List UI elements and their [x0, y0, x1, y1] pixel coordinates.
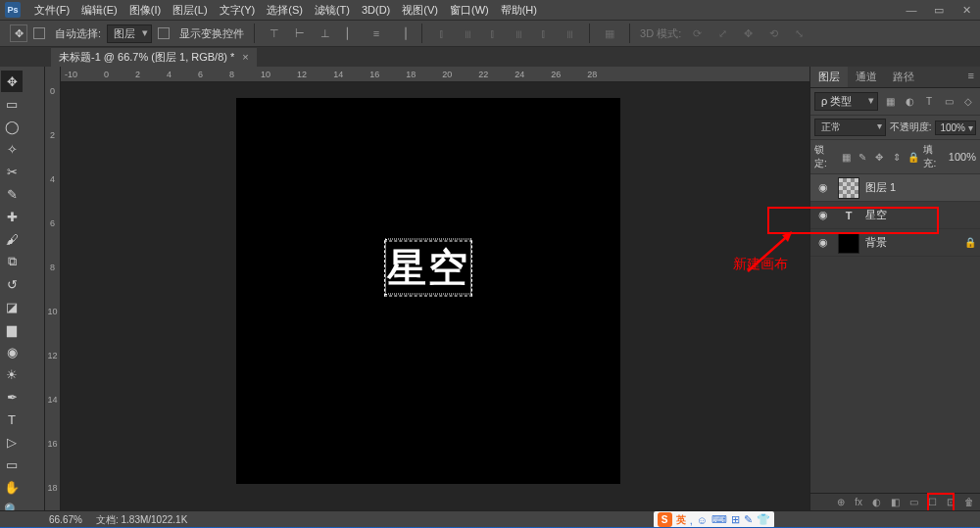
link-layers-icon[interactable]: ⊕: [837, 497, 845, 507]
menu-view[interactable]: 视图(V): [396, 3, 444, 18]
healing-tool[interactable]: ✚: [1, 206, 23, 227]
delete-layer-icon[interactable]: 🗑: [964, 497, 974, 507]
layer-thumbnail[interactable]: [838, 177, 859, 199]
ime-punct-icon[interactable]: ,: [690, 514, 693, 526]
menu-type[interactable]: 文字(Y): [214, 3, 262, 18]
history-brush-tool[interactable]: ↺: [1, 273, 23, 295]
lock-artboard-icon[interactable]: ⇕: [890, 152, 903, 163]
ime-lang[interactable]: 英: [676, 513, 686, 527]
type-tool[interactable]: T: [1, 408, 23, 430]
hand-tool[interactable]: ✋: [1, 476, 23, 498]
shape-tool[interactable]: ▭: [1, 454, 23, 475]
layer-row[interactable]: ◉ 背景 🔒: [810, 229, 980, 257]
mode3d-icon[interactable]: ⟳: [687, 24, 707, 42]
ruler-vertical[interactable]: 0 2 4 6 8 10 12 14 16 18: [45, 67, 61, 510]
ime-skin-icon[interactable]: 👕: [757, 513, 770, 526]
visibility-eye-icon[interactable]: ◉: [814, 181, 832, 194]
visibility-eye-icon[interactable]: ◉: [814, 209, 832, 221]
auto-align-icon[interactable]: ▦: [600, 24, 619, 42]
menu-edit[interactable]: 编辑(E): [75, 3, 123, 18]
clone-tool[interactable]: ⧉: [1, 251, 23, 272]
align-bottom-icon[interactable]: ⊥: [316, 24, 335, 42]
distribute-icon[interactable]: ⫿: [432, 24, 452, 42]
opacity-value[interactable]: 100%: [935, 120, 976, 135]
minimize-button[interactable]: —: [898, 4, 925, 17]
lock-position-icon[interactable]: ✥: [873, 152, 886, 163]
align-hcenter-icon[interactable]: ≡: [367, 24, 386, 42]
maximize-button[interactable]: ▭: [925, 4, 953, 17]
menu-window[interactable]: 窗口(W): [444, 3, 495, 18]
menu-layer[interactable]: 图层(L): [167, 3, 213, 18]
eraser-tool[interactable]: ◪: [1, 296, 23, 317]
move-tool-icon[interactable]: ✥: [10, 24, 27, 42]
crop-tool[interactable]: ✂: [1, 161, 23, 182]
lock-pixels-icon[interactable]: ▦: [839, 152, 852, 163]
ime-pen-icon[interactable]: ✎: [744, 513, 753, 526]
show-transform-checkbox[interactable]: [158, 27, 170, 39]
distribute-icon[interactable]: ⫿: [534, 24, 554, 42]
gradient-tool[interactable]: ▆: [1, 318, 23, 340]
ime-grid-icon[interactable]: ⊞: [731, 513, 740, 526]
filter-adjust-icon[interactable]: ◐: [902, 95, 917, 109]
fill-value[interactable]: 100%: [949, 151, 976, 163]
mode3d-icon[interactable]: ⟲: [763, 24, 783, 42]
move-tool[interactable]: ✥: [1, 71, 23, 92]
menu-3d[interactable]: 3D(D): [356, 4, 396, 16]
layer-filter-kind[interactable]: ρ 类型: [814, 92, 878, 111]
sogou-logo-icon[interactable]: S: [658, 512, 672, 527]
menu-file[interactable]: 文件(F): [28, 3, 75, 18]
document-tab[interactable]: 未标题-1 @ 66.7% (图层 1, RGB/8) * ×: [51, 48, 257, 67]
blend-mode-select[interactable]: 正常: [814, 119, 886, 136]
eyedropper-tool[interactable]: ✎: [1, 183, 23, 205]
layer-name[interactable]: 星空: [865, 208, 976, 222]
mode3d-icon[interactable]: ⤡: [789, 24, 808, 42]
layer-thumbnail[interactable]: [838, 232, 859, 254]
tab-paths[interactable]: 路径: [885, 67, 922, 87]
menu-help[interactable]: 帮助(H): [495, 3, 543, 18]
blur-tool[interactable]: ◉: [1, 341, 23, 362]
align-top-icon[interactable]: ⊤: [265, 24, 284, 42]
auto-select-target[interactable]: 图层: [107, 24, 152, 43]
lock-all-icon[interactable]: 🔒: [906, 152, 919, 163]
distribute-icon[interactable]: ⫼: [560, 24, 579, 42]
menu-select[interactable]: 选择(S): [261, 3, 309, 18]
layer-row[interactable]: ◉ T 星空: [810, 202, 980, 229]
ruler-horizontal[interactable]: -10 0 2 4 6 8 10 12 14 16 18 20 22 24 26…: [61, 67, 809, 82]
align-right-icon[interactable]: ▕: [392, 24, 412, 42]
ime-keyboard-icon[interactable]: ⌨: [711, 513, 727, 526]
mode3d-icon[interactable]: ✥: [738, 24, 758, 42]
close-button[interactable]: ✕: [953, 4, 980, 17]
mask-icon[interactable]: ◐: [872, 497, 881, 507]
adjustment-icon[interactable]: ◧: [891, 497, 900, 507]
menu-image[interactable]: 图像(I): [123, 3, 167, 18]
canvas-area[interactable]: 0 2 4 6 8 10 12 14 16 18 -10 0 2 4 6 8 1…: [45, 67, 809, 510]
layer-row[interactable]: ◉ 图层 1: [810, 174, 980, 202]
group-icon[interactable]: ▭: [909, 497, 918, 507]
visibility-eye-icon[interactable]: ◉: [814, 236, 832, 249]
filter-smart-icon[interactable]: ◇: [960, 95, 976, 109]
document-tab-close[interactable]: ×: [242, 51, 248, 63]
ime-emoji-icon[interactable]: ☺: [697, 514, 708, 526]
lasso-tool[interactable]: ◯: [1, 116, 23, 137]
menu-filter[interactable]: 滤镜(T): [309, 3, 356, 18]
magic-wand-tool[interactable]: ✧: [1, 138, 23, 160]
new-layer-icon[interactable]: ☐: [928, 497, 937, 507]
distribute-icon[interactable]: ⫿: [483, 24, 503, 42]
auto-select-checkbox[interactable]: [33, 27, 45, 39]
ime-bar[interactable]: S 英 , ☺ ⌨ ⊞ ✎ 👕: [654, 511, 774, 528]
panel-menu-icon[interactable]: ≡: [962, 67, 980, 87]
filter-pixel-icon[interactable]: ▦: [882, 95, 898, 109]
align-left-icon[interactable]: ▏: [341, 24, 361, 42]
mode3d-icon[interactable]: ⤢: [712, 24, 732, 42]
align-vcenter-icon[interactable]: ⊢: [290, 24, 310, 42]
pen-tool[interactable]: ✒: [1, 386, 23, 408]
fx-icon[interactable]: fx: [855, 497, 862, 507]
tab-layers[interactable]: 图层: [810, 67, 848, 87]
path-tool[interactable]: ▷: [1, 431, 23, 453]
brush-tool[interactable]: 🖌: [1, 228, 23, 250]
filter-type-icon[interactable]: T: [921, 95, 937, 109]
new-layer-icon-2[interactable]: ⊡: [947, 497, 955, 507]
distribute-icon[interactable]: ⫼: [458, 24, 477, 42]
layer-name[interactable]: 图层 1: [865, 180, 976, 195]
tab-channels[interactable]: 通道: [848, 67, 885, 87]
